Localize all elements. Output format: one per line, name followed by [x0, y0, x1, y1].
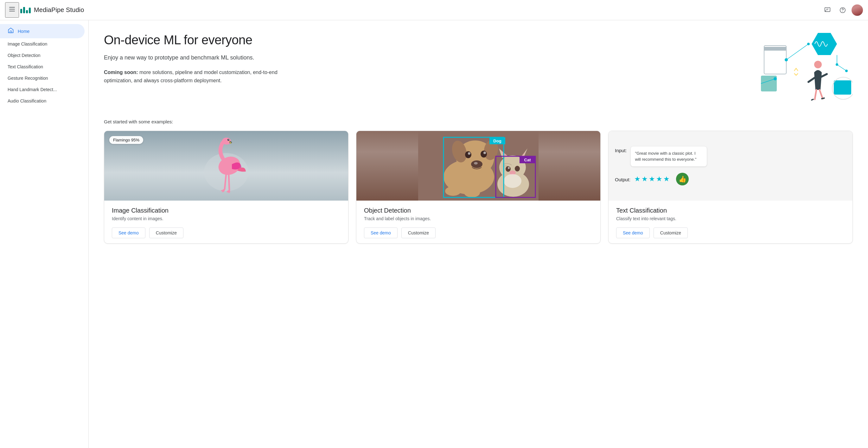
svg-line-31	[229, 175, 229, 191]
sidebar-item-label-audio-classification: Audio Classification	[8, 98, 46, 103]
sidebar-item-label-image-classification: Image Classification	[8, 41, 47, 46]
sidebar-item-label-home: Home	[18, 29, 29, 34]
sidebar-item-gesture-recognition[interactable]: Gesture Recognition	[0, 72, 85, 84]
sidebar-item-label-hand-landmark: Hand Landmark Detect...	[8, 87, 57, 92]
card-title-3: Text Classification	[616, 207, 845, 214]
sidebar: Home Image Classification Object Detecti…	[0, 20, 89, 448]
svg-point-41	[468, 152, 470, 155]
svg-point-28	[227, 139, 229, 141]
customize-button-2[interactable]: Customize	[401, 228, 436, 238]
card-actions-3: See demo Customize	[616, 228, 845, 238]
app-logo: MediaPipe Studio	[20, 6, 84, 13]
svg-point-40	[480, 150, 487, 158]
main-content: On-device ML for everyone Enjoy a new wa…	[89, 20, 868, 448]
sidebar-item-hand-landmark[interactable]: Hand Landmark Detect...	[0, 84, 85, 95]
svg-point-44	[464, 188, 480, 198]
svg-point-43	[445, 186, 461, 196]
card-desc-3: Classify text into relevant tags.	[616, 216, 845, 221]
sidebar-item-label-object-detection: Object Detection	[8, 53, 40, 58]
svg-rect-0	[9, 7, 15, 8]
input-text-bubble: "Great movie with a classic plot. I will…	[631, 146, 707, 166]
home-icon	[8, 27, 14, 35]
output-label: Output:	[615, 176, 630, 182]
card-body-2: Object Detection Track and label objects…	[356, 201, 600, 243]
see-demo-button-3[interactable]: See demo	[616, 228, 650, 238]
hero-text: On-device ML for everyone Enjoy a new wa…	[104, 33, 281, 84]
user-avatar[interactable]	[851, 4, 863, 16]
star-rating: ★ ★ ★ ★ ★	[634, 175, 670, 183]
svg-rect-2	[9, 11, 15, 11]
svg-point-38	[474, 162, 478, 165]
card-body-3: Text Classification Classify text into r…	[609, 201, 852, 243]
star-2: ★	[642, 175, 648, 183]
app-body: Home Image Classification Object Detecti…	[0, 20, 868, 448]
svg-rect-10	[764, 47, 786, 50]
svg-point-29	[228, 139, 229, 140]
hero-section: On-device ML for everyone Enjoy a new wa…	[104, 33, 853, 109]
header-actions	[821, 4, 863, 16]
svg-point-55	[504, 174, 521, 188]
card-desc-1: Identify content in images.	[112, 216, 341, 221]
sidebar-item-home[interactable]: Home	[0, 24, 85, 38]
sidebar-item-text-classification[interactable]: Text Classification	[0, 61, 85, 72]
card-desc-2: Track and label objects in images.	[364, 216, 593, 221]
feedback-button[interactable]	[821, 4, 834, 16]
flamingo-detection-badge: Flamingo 95%	[109, 136, 143, 144]
svg-rect-8	[10, 31, 12, 33]
card-body-1: Image Classification Identify content in…	[104, 201, 348, 243]
see-demo-button-1[interactable]: See demo	[112, 228, 146, 238]
sidebar-item-object-detection[interactable]: Object Detection	[0, 50, 85, 61]
hero-illustration	[745, 27, 853, 109]
flamingo-background: Flamingo 95%	[104, 131, 348, 201]
hero-illustration-svg	[745, 27, 853, 109]
sidebar-item-image-classification[interactable]: Image Classification	[0, 38, 85, 50]
help-button[interactable]	[836, 4, 849, 16]
hero-coming-soon: Coming soon: more solutions, pipeline an…	[104, 68, 281, 84]
app-title: MediaPipe Studio	[34, 6, 84, 13]
card-title-2: Object Detection	[364, 207, 593, 214]
svg-rect-1	[9, 9, 15, 9]
text-classification-preview: Input: "Great movie with a classic plot.…	[609, 131, 852, 201]
svg-rect-12	[834, 80, 851, 95]
svg-text:Cat: Cat	[524, 158, 531, 162]
logo-icon	[20, 7, 31, 13]
cards-grid: Flamingo 95%	[104, 131, 853, 244]
logo-bar-3	[26, 10, 28, 13]
sidebar-item-label-gesture-recognition: Gesture Recognition	[8, 76, 48, 81]
logo-bar-4	[29, 8, 31, 13]
input-label: Input:	[615, 146, 627, 153]
hero-title: On-device ML for everyone	[104, 33, 281, 47]
section-label: Get started with some examples:	[104, 119, 853, 124]
text-input-row: Input: "Great movie with a classic plot.…	[615, 146, 846, 166]
card-text-classification: Input: "Great movie with a classic plot.…	[608, 131, 853, 244]
svg-point-42	[484, 151, 486, 154]
svg-point-51	[505, 166, 511, 172]
text-output-row: Output: ★ ★ ★ ★ ★ 👍	[615, 173, 846, 185]
card-object-detection: Dog Cat Object Detection Track and label…	[356, 131, 601, 244]
card-title-1: Image Classification	[112, 207, 341, 214]
svg-line-14	[786, 44, 808, 60]
dog-cat-background: Dog Cat	[356, 131, 600, 201]
dog-cat-svg: Dog Cat	[356, 131, 600, 201]
svg-line-18	[837, 65, 846, 71]
card-image-area-2: Dog Cat	[356, 131, 600, 201]
coming-soon-prefix: Coming soon:	[104, 70, 138, 75]
star-5: ★	[663, 175, 670, 183]
sidebar-item-label-text-classification: Text Classification	[8, 64, 43, 69]
avatar-image	[851, 4, 863, 16]
svg-point-7	[842, 11, 843, 12]
sidebar-item-audio-classification[interactable]: Audio Classification	[0, 95, 85, 107]
svg-point-52	[515, 166, 520, 171]
svg-point-19	[845, 70, 848, 72]
card-image-area-1: Flamingo 95%	[104, 131, 348, 201]
card-image-classification: Flamingo 95%	[104, 131, 348, 244]
menu-button[interactable]	[5, 2, 19, 18]
hero-subtitle: Enjoy a new way to prototype and benchma…	[104, 54, 281, 62]
star-4: ★	[656, 175, 662, 183]
customize-button-1[interactable]: Customize	[149, 228, 183, 238]
customize-button-3[interactable]: Customize	[654, 228, 688, 238]
see-demo-button-2[interactable]: See demo	[364, 228, 398, 238]
flamingo-svg	[194, 134, 258, 198]
svg-point-53	[508, 167, 510, 169]
card-actions-1: See demo Customize	[112, 228, 341, 238]
